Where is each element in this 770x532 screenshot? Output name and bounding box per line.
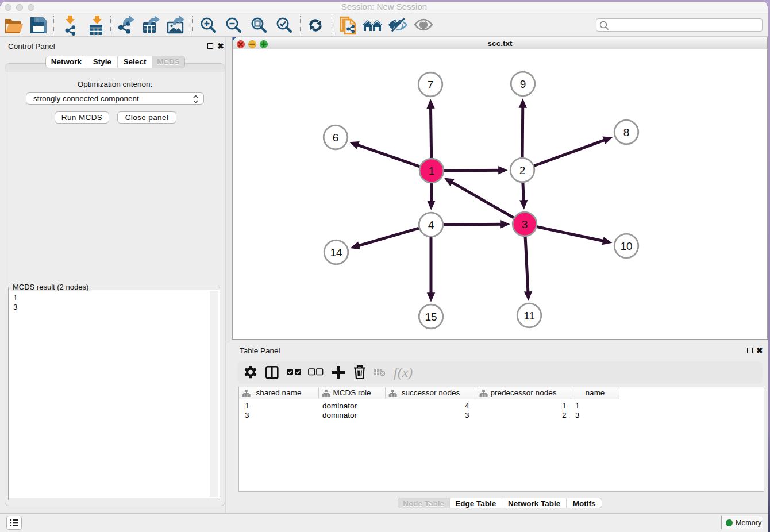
svg-text:4: 4: [428, 219, 434, 231]
svg-text:f(x): f(x): [394, 365, 413, 380]
svg-text:15: 15: [425, 311, 437, 323]
svg-text:10: 10: [620, 240, 632, 252]
svg-text:14: 14: [330, 246, 342, 259]
svg-text:9: 9: [520, 78, 526, 90]
svg-text:7: 7: [428, 79, 434, 91]
svg-text:1: 1: [429, 165, 435, 177]
svg-text:3: 3: [522, 218, 528, 230]
svg-text:2: 2: [519, 164, 526, 176]
svg-text:8: 8: [623, 126, 630, 138]
svg-text:11: 11: [523, 310, 535, 322]
svg-text:6: 6: [333, 132, 339, 144]
